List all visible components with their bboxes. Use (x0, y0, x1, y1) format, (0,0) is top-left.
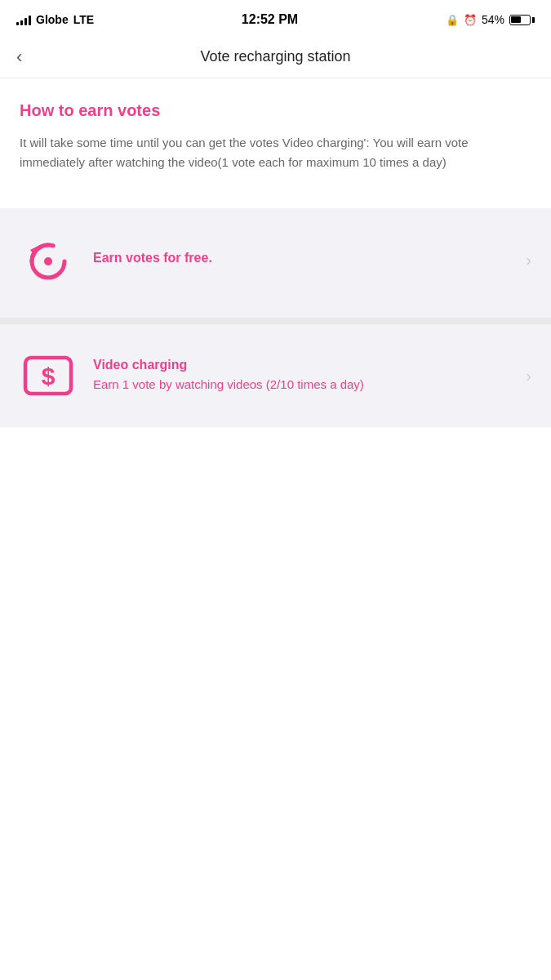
status-right: 🔒 ⏰ 54% (446, 13, 535, 26)
video-charging-card[interactable]: $ Video charging Earn 1 vote by watching… (0, 324, 551, 427)
bottom-area (0, 427, 551, 672)
page-title: Vote recharging station (200, 48, 350, 65)
video-charging-text: Video charging Earn 1 vote by watching v… (93, 358, 509, 394)
main-content: How to earn votes It will take some time… (0, 78, 551, 189)
network-label: LTE (73, 13, 94, 26)
status-left: Globe LTE (16, 13, 94, 26)
cards-section: Earn votes for free. › $ Video charging … (0, 208, 551, 427)
battery-percent: 54% (482, 13, 504, 26)
nav-header: ‹ Vote recharging station (0, 36, 551, 78)
lock-icon: 🔒 (446, 14, 459, 26)
how-to-earn-title: How to earn votes (20, 101, 531, 120)
signal-icon (16, 14, 31, 25)
earn-free-text: Earn votes for free. (93, 251, 509, 269)
carrier-label: Globe (36, 13, 69, 26)
time-label: 12:52 PM (242, 12, 298, 27)
how-to-earn-description: It will take some time until you can get… (20, 133, 531, 172)
status-bar: Globe LTE 12:52 PM 🔒 ⏰ 54% (0, 0, 551, 36)
video-charging-chevron: › (526, 367, 531, 385)
alarm-icon: ⏰ (464, 14, 477, 26)
video-charging-subtitle: Earn 1 vote by watching videos (2/10 tim… (93, 376, 509, 394)
svg-text:$: $ (42, 363, 56, 390)
card-separator (0, 318, 551, 324)
video-charging-title: Video charging (93, 358, 509, 372)
earn-free-card[interactable]: Earn votes for free. › (0, 208, 551, 311)
dollar-icon: $ (20, 347, 77, 404)
refresh-icon (20, 231, 77, 288)
battery-icon (509, 15, 535, 25)
earn-free-title: Earn votes for free. (93, 251, 509, 265)
svg-point-2 (44, 257, 52, 265)
back-button[interactable]: ‹ (16, 48, 22, 66)
earn-free-chevron: › (526, 251, 531, 270)
